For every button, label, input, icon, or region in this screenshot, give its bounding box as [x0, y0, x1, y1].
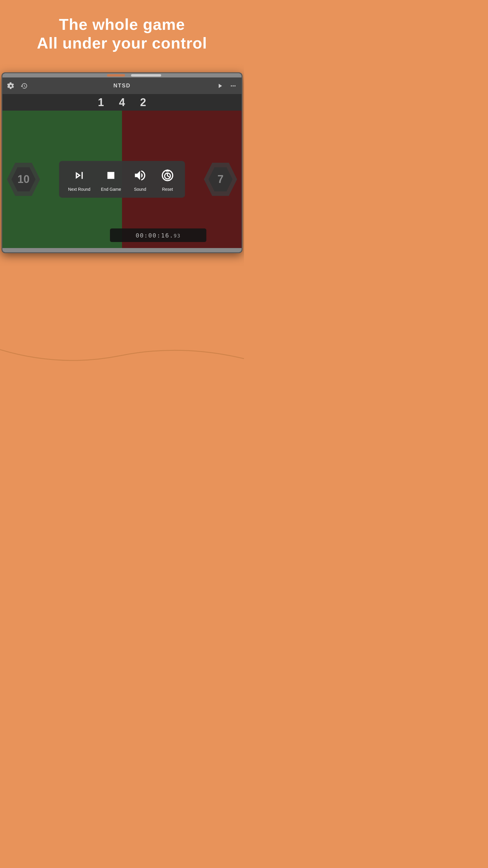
toolbar-title: NTSD: [32, 83, 212, 89]
game-screen: NTSD 1 4 2: [2, 78, 241, 248]
sound-button[interactable]: Sound: [132, 167, 149, 192]
phone-home-btn: [131, 74, 161, 76]
end-game-button[interactable]: End Game: [101, 167, 121, 192]
score-digit-3: 2: [137, 96, 149, 109]
next-round-icon: [72, 168, 86, 182]
play-icon[interactable]: [215, 81, 225, 91]
timer-bar: 00:00:16.93: [110, 228, 206, 242]
next-round-icon-wrapper: [71, 167, 88, 184]
phone-bottom-bar: [2, 248, 241, 252]
hex-score-right: 7: [204, 163, 237, 196]
hero-line2: All under your control: [0, 34, 244, 53]
hex-score-left: 10: [7, 163, 40, 196]
sound-icon: [133, 168, 147, 182]
hex-inner-right: 7: [208, 167, 233, 191]
score-digit-1: 1: [95, 96, 107, 109]
phone-wrapper: NTSD 1 4 2: [0, 72, 244, 253]
phone-camera-btn: [107, 74, 125, 76]
timer-display: 00:00:16.93: [135, 232, 181, 239]
end-game-icon: [104, 168, 118, 182]
game-toolbar: NTSD: [2, 78, 241, 94]
hero-line1: The whole game: [0, 15, 244, 34]
left-score-number: 10: [18, 173, 30, 186]
bottom-curve: [0, 332, 244, 434]
score-row: 1 4 2: [2, 94, 241, 111]
settings-icon[interactable]: [5, 81, 16, 91]
phone-top-bar: [2, 73, 241, 78]
next-round-button[interactable]: Next Round: [68, 167, 90, 192]
hero-section: The whole game All under your control: [0, 0, 244, 59]
reset-icon: [161, 168, 174, 182]
context-menu: Next Round End Game: [59, 161, 185, 198]
sound-label: Sound: [134, 187, 146, 192]
history-icon[interactable]: [19, 81, 30, 91]
reset-label: Reset: [162, 187, 173, 192]
timer-main: 00:00:16.: [135, 232, 173, 239]
end-game-label: End Game: [101, 187, 121, 192]
reset-icon-wrapper: [159, 167, 176, 184]
phone-mockup: NTSD 1 4 2: [1, 72, 242, 253]
field-area: 10 7: [2, 111, 241, 248]
svg-rect-0: [107, 172, 115, 179]
next-round-label: Next Round: [68, 187, 90, 192]
hex-inner-left: 10: [11, 167, 36, 191]
right-score-number: 7: [218, 173, 224, 186]
score-digit-2: 4: [116, 96, 128, 109]
reset-button[interactable]: Reset: [159, 167, 176, 192]
curve-svg: [0, 332, 244, 434]
timer-small: 93: [174, 233, 181, 239]
end-game-icon-wrapper: [102, 167, 119, 184]
more-icon[interactable]: [228, 81, 238, 91]
sound-icon-wrapper: [132, 167, 149, 184]
